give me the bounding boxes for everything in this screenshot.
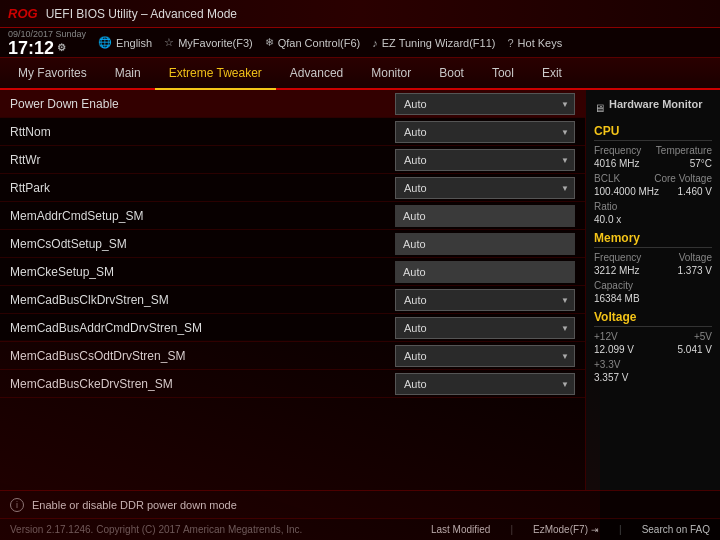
setting-input-4[interactable] [395, 205, 575, 227]
setting-control-5 [395, 233, 575, 255]
setting-control-4 [395, 205, 575, 227]
setting-label-10: MemCadBusCkeDrvStren_SM [10, 373, 395, 395]
bclk-label: BCLK [594, 173, 620, 184]
setting-input-5[interactable] [395, 233, 575, 255]
mem-freq-value: 3212 MHz [594, 265, 640, 276]
v12-row-labels: +12V +5V [594, 331, 712, 342]
title-bar: ROG UEFI BIOS Utility – Advanced Mode [0, 0, 720, 28]
setting-control-9: Auto [395, 345, 575, 367]
setting-label-2: RttWr [10, 149, 395, 171]
rog-logo: ROG [8, 6, 38, 21]
v12-label: +12V [594, 331, 618, 342]
ezmode-button[interactable]: EzMode(F7) ⇥ [533, 524, 599, 535]
setting-control-6 [395, 261, 575, 283]
hardware-monitor-title: Hardware Monitor [609, 98, 703, 110]
hotkeys-button[interactable]: ? Hot Keys [507, 37, 562, 49]
mem-capacity-row-value: 16384 MB [594, 293, 712, 304]
monitor-icon: 🖥 [594, 102, 605, 114]
status-text: Enable or disable DDR power down mode [32, 499, 710, 511]
qfan-label: Qfan Control(F6) [278, 37, 361, 49]
ratio-label: Ratio [594, 201, 617, 212]
setting-dropdown-7[interactable]: Auto [395, 289, 575, 311]
bclk-value: 100.4000 MHz [594, 186, 659, 197]
qfan-button[interactable]: ❄ Qfan Control(F6) [265, 36, 361, 49]
search-faq-button[interactable]: Search on FAQ [642, 524, 710, 535]
nav-tool[interactable]: Tool [478, 58, 528, 90]
setting-dropdown-1[interactable]: Auto [395, 121, 575, 143]
setting-row-10: MemCadBusCkeDrvStren_SM Auto [0, 370, 585, 398]
myfavorites-button[interactable]: ☆ MyFavorite(F3) [164, 36, 253, 49]
setting-row-7: MemCadBusClkDrvStren_SM Auto [0, 286, 585, 314]
setting-label-5: MemCsOdtSetup_SM [10, 233, 395, 255]
dropdown-wrapper-1: Auto [395, 121, 575, 143]
v5-label: +5V [694, 331, 712, 342]
last-modified-button[interactable]: Last Modified [431, 524, 490, 535]
footer-sep-2: | [619, 524, 622, 535]
mem-freq-row-labels: Frequency Voltage [594, 252, 712, 263]
eztuning-label: EZ Tuning Wizard(F11) [382, 37, 496, 49]
time-display: 17:12 ⚙ [8, 39, 66, 57]
language-selector[interactable]: 🌐 English [98, 36, 152, 49]
nav-monitor[interactable]: Monitor [357, 58, 425, 90]
date-display: 09/10/2017 Sunday [8, 29, 86, 39]
cpu-freq-value-row: 4016 MHz 57°C [594, 158, 712, 169]
eztuning-button[interactable]: ♪ EZ Tuning Wizard(F11) [372, 37, 495, 49]
dropdown-wrapper-10: Auto [395, 373, 575, 395]
nav-advanced[interactable]: Advanced [276, 58, 357, 90]
v5-value: 5.041 V [678, 344, 712, 355]
v12-row-values: 12.099 V 5.041 V [594, 344, 712, 355]
nav-exit[interactable]: Exit [528, 58, 576, 90]
nav-main[interactable]: Main [101, 58, 155, 90]
v33-value: 3.357 V [594, 372, 628, 383]
setting-dropdown-2[interactable]: Auto [395, 149, 575, 171]
nav-extreme-tweaker[interactable]: Extreme Tweaker [155, 58, 276, 90]
nav-myfavorites[interactable]: My Favorites [4, 58, 101, 90]
mem-freq-row-values: 3212 MHz 1.373 V [594, 265, 712, 276]
main-layout: Power Down Enable Auto Enabled Disabled … [0, 90, 720, 490]
myfavorites-label: MyFavorite(F3) [178, 37, 253, 49]
dropdown-wrapper-3: Auto [395, 177, 575, 199]
setting-dropdown-10[interactable]: Auto [395, 373, 575, 395]
settings-gear-icon[interactable]: ⚙ [57, 43, 66, 53]
voltage-section-label: Voltage [594, 310, 712, 327]
setting-label-0: Power Down Enable [10, 93, 395, 115]
cpu-freq-value: 4016 MHz [594, 158, 640, 169]
star-icon: ☆ [164, 36, 174, 49]
mem-capacity-row-label: Capacity [594, 280, 712, 291]
setting-dropdown-9[interactable]: Auto [395, 345, 575, 367]
cpu-section-label: CPU [594, 124, 712, 141]
hardware-monitor-panel: 🖥 Hardware Monitor CPU Frequency Tempera… [585, 90, 720, 490]
ratio-row-label: Ratio [594, 201, 712, 212]
dropdown-wrapper-7: Auto [395, 289, 575, 311]
fan-icon: ❄ [265, 36, 274, 49]
footer-actions: Last Modified | EzMode(F7) ⇥ | Search on… [431, 524, 710, 535]
status-bar: i Enable or disable DDR power down mode [0, 490, 720, 518]
hotkeys-label: Hot Keys [518, 37, 563, 49]
core-voltage-label: Core Voltage [654, 173, 712, 184]
cpu-freq-label: Frequency [594, 145, 641, 156]
language-label: English [116, 37, 152, 49]
setting-label-8: MemCadBusAddrCmdDrvStren_SM [10, 317, 395, 339]
mem-capacity-label: Capacity [594, 280, 633, 291]
setting-control-1: Auto [395, 121, 575, 143]
setting-dropdown-8[interactable]: Auto [395, 317, 575, 339]
nav-boot[interactable]: Boot [425, 58, 478, 90]
datetime-display: 09/10/2017 Sunday 17:12 ⚙ [8, 29, 86, 57]
setting-row-8: MemCadBusAddrCmdDrvStren_SM Auto [0, 314, 585, 342]
info-bar: 09/10/2017 Sunday 17:12 ⚙ 🌐 English ☆ My… [0, 28, 720, 58]
settings-panel: Power Down Enable Auto Enabled Disabled … [0, 90, 585, 490]
dropdown-wrapper-0: Auto Enabled Disabled [395, 93, 575, 115]
setting-control-8: Auto [395, 317, 575, 339]
info-icon: i [10, 498, 24, 512]
setting-dropdown-0[interactable]: Auto Enabled Disabled [395, 93, 575, 115]
core-voltage-value: 1.460 V [678, 186, 712, 197]
setting-input-6[interactable] [395, 261, 575, 283]
setting-label-3: RttPark [10, 177, 395, 199]
ezmode-icon: ⇥ [591, 525, 599, 535]
setting-label-4: MemAddrCmdSetup_SM [10, 205, 395, 227]
mem-freq-label: Frequency [594, 252, 641, 263]
dropdown-wrapper-9: Auto [395, 345, 575, 367]
v33-label: +3.3V [594, 359, 620, 370]
setting-control-7: Auto [395, 289, 575, 311]
setting-dropdown-3[interactable]: Auto [395, 177, 575, 199]
